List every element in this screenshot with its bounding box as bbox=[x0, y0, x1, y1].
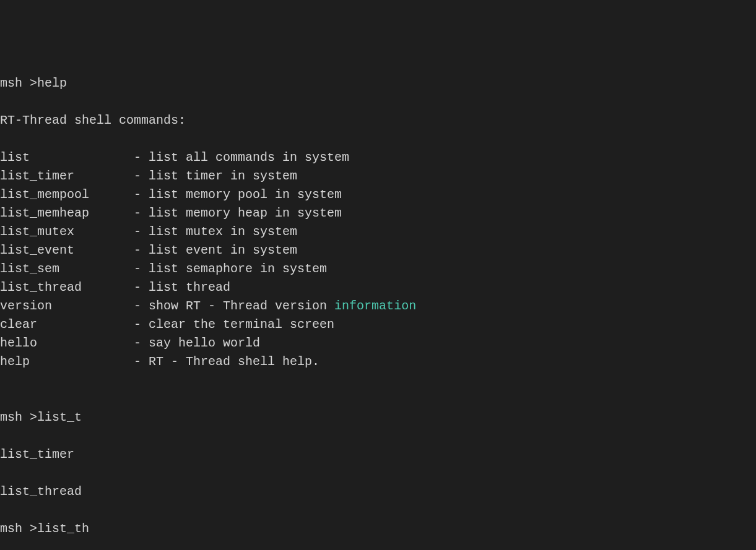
help-item-name: hello bbox=[0, 336, 134, 350]
help-item-name: version bbox=[0, 299, 134, 313]
help-item-desc: - list semaphore in system bbox=[134, 262, 327, 276]
help-item-name: list_thread bbox=[0, 280, 134, 294]
prompt: msh > bbox=[0, 76, 37, 90]
help-item-name: list bbox=[0, 150, 134, 165]
help-item: list_thread - list thread bbox=[0, 278, 756, 297]
help-item: list_mutex - list mutex in system bbox=[0, 223, 756, 241]
help-item: help - RT - Thread shell help. bbox=[0, 353, 756, 371]
help-item-desc: - list thread bbox=[134, 280, 230, 294]
shell-line[interactable]: msh >list_th bbox=[0, 520, 756, 538]
completion-item: list_timer bbox=[0, 445, 756, 464]
help-item: clear - clear the terminal screen bbox=[0, 316, 756, 334]
help-item-desc: - list all commands in system bbox=[134, 150, 349, 165]
help-item-name: list_memheap bbox=[0, 206, 134, 220]
help-item-desc: - list mutex in system bbox=[134, 225, 297, 239]
help-item-desc: - list event in system bbox=[134, 243, 297, 257]
completion-item: list_thread bbox=[0, 483, 756, 501]
help-item-name: list_sem bbox=[0, 262, 134, 276]
command-input: help bbox=[37, 76, 67, 90]
help-item-desc: - say hello world bbox=[134, 336, 260, 350]
help-item: version - show RT - Thread version infor… bbox=[0, 297, 756, 316]
help-item-name: help bbox=[0, 354, 134, 369]
help-item: hello - say hello world bbox=[0, 334, 756, 353]
command-input: list_th bbox=[37, 522, 89, 536]
help-item-name: list_timer bbox=[0, 169, 134, 183]
help-item-desc: - clear the terminal screen bbox=[134, 317, 334, 332]
help-header: RT-Thread shell commands: bbox=[0, 111, 756, 130]
help-item: list_timer - list timer in system bbox=[0, 167, 756, 186]
help-item-desc: - show RT - Thread version bbox=[134, 299, 334, 313]
help-item: list_event - list event in system bbox=[0, 241, 756, 260]
shell-line[interactable]: msh >help bbox=[0, 74, 756, 93]
help-item-desc: - list memory pool in system bbox=[134, 187, 342, 202]
help-item: list_sem - list semaphore in system bbox=[0, 260, 756, 278]
prompt: msh > bbox=[0, 522, 37, 536]
help-item: list - list all commands in system bbox=[0, 148, 756, 167]
help-item-desc: - list timer in system bbox=[134, 169, 297, 183]
help-item-keyword: information bbox=[334, 299, 416, 313]
help-item: list_memheap - list memory heap in syste… bbox=[0, 204, 756, 223]
prompt: msh > bbox=[0, 410, 37, 424]
shell-line[interactable]: msh >list_t bbox=[0, 408, 756, 427]
help-item-name: list_event bbox=[0, 243, 134, 257]
help-item-name: list_mempool bbox=[0, 187, 134, 202]
help-list: list - list all commands in systemlist_t… bbox=[0, 148, 756, 371]
command-input: list_t bbox=[37, 410, 82, 424]
help-item-name: clear bbox=[0, 317, 134, 332]
help-item-desc: - list memory heap in system bbox=[134, 206, 342, 220]
help-item: list_mempool - list memory pool in syste… bbox=[0, 186, 756, 204]
help-item-name: list_mutex bbox=[0, 225, 134, 239]
help-item-desc: - RT - Thread shell help. bbox=[134, 354, 319, 369]
